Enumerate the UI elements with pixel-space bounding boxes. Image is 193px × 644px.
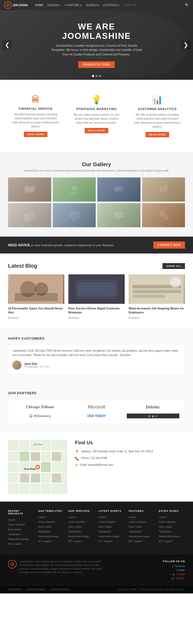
footer-link[interactable]: Responsive Design (159, 535, 180, 538)
footer-link[interactable]: Typography (68, 530, 81, 533)
footer-bottom-link-3[interactable]: Joomla Extensions (49, 588, 70, 591)
search-icon[interactable]: 🔍 (185, 3, 189, 7)
footer-link[interactable]: Layout (99, 516, 106, 518)
footer-link[interactable]: Layout (159, 516, 166, 518)
footer-link[interactable]: Menu Styles (8, 528, 21, 531)
partners-row-1: Chicago Tribune Microsoft Deloitte. (14, 405, 179, 410)
footer-link[interactable]: Colors Variation (68, 521, 85, 523)
show-all-button[interactable]: SHOW ALL (162, 263, 185, 269)
gallery-item[interactable] (53, 203, 96, 227)
brand[interactable]: JSN DONA (4, 1, 28, 9)
footer-features-title: FEATURES (129, 510, 155, 512)
gallery-item[interactable] (97, 203, 140, 227)
footer-link[interactable]: Menu Styles (129, 525, 142, 528)
blog-card-3: What Increased Job Hopping Means for Emp… (129, 274, 185, 319)
footer-link[interactable]: Typography (99, 530, 111, 533)
email-icon: ✉ (75, 463, 78, 467)
cta-text: NEED ADVICE on your business growth, cus… (8, 243, 113, 247)
analytics-icon: 📊 (133, 94, 181, 105)
footer-link[interactable]: RTL Support (129, 540, 142, 543)
footer-link[interactable]: Typography (38, 530, 51, 533)
footer-link[interactable]: Colors Variation (8, 523, 25, 526)
nav-design[interactable]: DESIGN ▾ (46, 3, 62, 8)
svg-rect-48 (31, 452, 40, 461)
footer-link[interactable]: Menu Styles (159, 525, 172, 528)
gallery-item[interactable] (8, 177, 51, 202)
footer-recent-title: RECENT PROJECTS (8, 510, 34, 515)
svg-text:Нью-Йорк: Нью-Йорк (34, 443, 42, 446)
footer-about-text: JoomlaShine is the revolutionary Joomla … (19, 560, 105, 574)
blog-post-2-title[interactable]: Poor Service Drives Rapid Customer Break… (68, 306, 125, 315)
footer-link[interactable]: RTL Support (159, 540, 173, 543)
footer-link[interactable]: Responsive Design (129, 535, 150, 538)
contact-now-button[interactable]: CONTACT NOW (153, 241, 185, 249)
youtube-link[interactable]: ▶ Youtube (173, 573, 185, 576)
footer-link[interactable]: RTL Support (38, 540, 52, 543)
footer-link[interactable]: Responsive Design (38, 535, 59, 538)
footer-link[interactable]: Menu Styles (68, 525, 82, 528)
partner-usa-today: USA TODAY (70, 414, 123, 418)
products-tour-button[interactable]: PRODUCTS TOUR (78, 61, 115, 68)
footer-link[interactable]: Typography (159, 530, 172, 533)
footer-link[interactable]: Typography (129, 530, 141, 533)
footer-link[interactable]: Responsive Design (99, 535, 120, 538)
hero-dot-3[interactable] (99, 75, 101, 77)
hero-dot-2[interactable] (95, 75, 98, 77)
gallery-item[interactable] (142, 203, 185, 227)
googleplus-link[interactable]: g+ Google+ (172, 577, 185, 580)
footer-link[interactable]: RTL Support (8, 543, 22, 545)
blog-image-2[interactable] (68, 274, 125, 304)
footer-bottom-link-1[interactable]: JoomlaShine (8, 588, 22, 591)
hero-next-arrow[interactable]: ❯ (181, 40, 190, 50)
footer-link[interactable]: Colors Variation (159, 521, 176, 523)
footer-link[interactable]: Layout (38, 516, 46, 518)
hero-prev-arrow[interactable]: ❮ (3, 40, 12, 50)
nav-joomla[interactable]: JOOMLA ▾ (84, 3, 100, 8)
footer-link[interactable]: Typography (8, 533, 21, 536)
gallery-item[interactable] (53, 177, 96, 202)
find-us-info: Find Us 📍 Address: 190 Example street, S… (75, 440, 185, 494)
footer-link[interactable]: Layout (129, 516, 136, 518)
footer-link[interactable]: RTL Support (68, 540, 82, 543)
gallery-item[interactable] (142, 177, 185, 202)
facebook-link[interactable]: f Facebook (173, 565, 185, 568)
footer-link[interactable]: Responsive Design (68, 535, 89, 538)
footer-link[interactable]: Layout (8, 518, 15, 521)
nav-getit[interactable]: ⚙ GET IT! (122, 3, 138, 8)
twitter-link[interactable]: t Twitter (176, 569, 185, 572)
svg-point-8 (72, 185, 77, 191)
footer-link[interactable]: Layout (68, 516, 76, 518)
nav-feature[interactable]: ✏ FEATURE ▾ (62, 3, 83, 8)
blog-post-3-title[interactable]: What Increased Job Hopping Means for Emp… (129, 306, 185, 315)
hero-section: WE ARE JOOMLASHINE JoomlaShine is widely… (0, 10, 193, 80)
footer-link[interactable]: Colors Variation (99, 521, 116, 523)
hero-dot-1[interactable] (92, 75, 94, 77)
footer-services-links: Layout Colors Variation Menu Styles Typo… (68, 515, 95, 543)
blog-post-1-title[interactable]: 10 Personality Types You Should Never Hi… (8, 306, 64, 315)
gallery-grid: GO DO (8, 177, 185, 227)
footer-bottom-link-2[interactable]: Joomla Templates (26, 588, 45, 591)
blog-image-3[interactable] (129, 274, 185, 304)
footer-link[interactable]: RTL Support (99, 540, 112, 543)
marketing-readmore-button[interactable]: READ MORE (85, 128, 108, 133)
footer-link[interactable]: Colors Variation (129, 521, 146, 523)
gallery-item[interactable] (8, 203, 51, 227)
footer-col-services: OUR SERVICES Layout Colors Variation Men… (68, 510, 95, 547)
blog-image-1[interactable] (8, 274, 64, 304)
footer-link[interactable]: Menu Styles (38, 525, 52, 528)
blog-card-2: Poor Service Drives Rapid Customer Break… (68, 274, 125, 319)
gallery-subtitle: JoomlaShine is a team of professionals i… (8, 169, 185, 172)
footer-link[interactable]: Menu Styles (99, 525, 112, 528)
googleplus-icon: g+ (172, 577, 175, 580)
blog-post-3-category: Business (129, 316, 185, 319)
nav-locoffee[interactable]: LOCOFFEE ▾ (101, 3, 121, 8)
googleplus-label: Google+ (176, 577, 185, 579)
footer-link[interactable]: Colors Variation (38, 521, 55, 523)
service-marketing: 💡 STRATEGIC MARKETING We can make a deep… (69, 90, 124, 141)
contact-email: ✉ Email: example@email.com (75, 463, 185, 467)
gallery-item[interactable]: GO DO (97, 177, 140, 202)
analytics-readmore-button[interactable]: READ MORE (146, 132, 169, 137)
financial-readmore-button[interactable]: READ MORE (24, 132, 47, 137)
footer-link[interactable]: Responsive Design (8, 538, 29, 540)
nav-home[interactable]: HOME (33, 3, 45, 8)
